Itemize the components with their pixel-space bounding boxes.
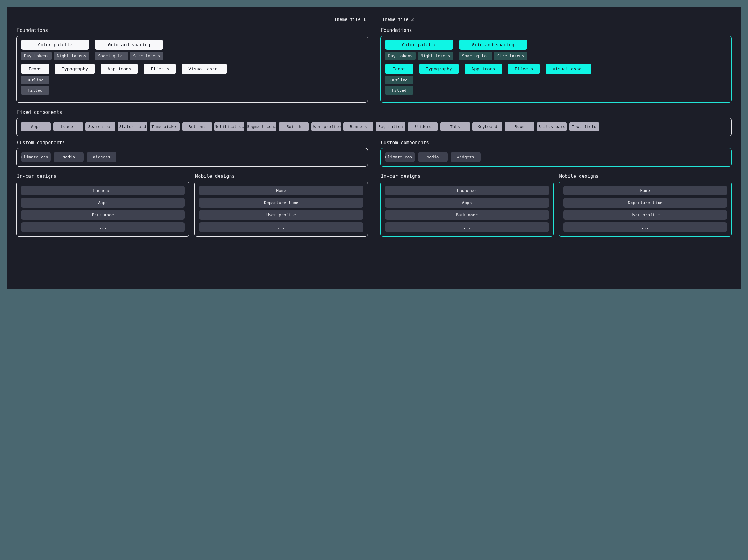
- vertical-divider: [374, 19, 374, 279]
- foundations-label: Foundations: [17, 27, 368, 33]
- page-chip-effects[interactable]: Effects: [508, 64, 540, 74]
- page-chip-effects[interactable]: Effects: [144, 64, 176, 74]
- incar-section-right: In-car designs LauncherAppsPark mode...: [380, 173, 554, 237]
- custom-component-media[interactable]: Media: [54, 152, 84, 162]
- mobile-section-right: Mobile designs HomeDeparture timeUser pr…: [559, 173, 732, 237]
- incar-label: In-car designs: [381, 173, 554, 179]
- mobile-row-item[interactable]: ...: [199, 222, 363, 232]
- sub-chip-spacing-to[interactable]: Spacing to…: [459, 52, 492, 60]
- fixed-component-buttons[interactable]: Buttons: [182, 122, 212, 132]
- fixed-component-sliders[interactable]: Sliders: [408, 122, 438, 132]
- page-block-color-palette: Color paletteDay tokensNight tokens: [21, 40, 89, 60]
- custom-component-media[interactable]: Media: [418, 152, 448, 162]
- page-chip-visual-asse[interactable]: Visual asse…: [182, 64, 227, 74]
- page-chip-typography[interactable]: Typography: [55, 64, 95, 74]
- custom-components-section-right: Custom components Climate con…MediaWidge…: [380, 140, 732, 166]
- mobile-row-home[interactable]: Home: [199, 186, 363, 195]
- theme-2-title: Theme file 2: [380, 17, 732, 22]
- custom-component-climate-con[interactable]: Climate con…: [385, 152, 415, 162]
- foundations-panel-right: Color paletteDay tokensNight tokensGrid …: [380, 36, 732, 103]
- page-chip-app-icons[interactable]: App icons: [465, 64, 502, 74]
- sub-pages-grid-and-spacing: Spacing to…Size tokens: [459, 52, 527, 60]
- sub-chip-size-tokens[interactable]: Size tokens: [130, 52, 163, 60]
- incar-row-apps[interactable]: Apps: [385, 198, 549, 208]
- sub-chip-night-tokens[interactable]: Night tokens: [53, 52, 89, 60]
- sub-chip-filled[interactable]: Filled: [385, 86, 413, 95]
- page-chip-typography[interactable]: Typography: [419, 64, 459, 74]
- fixed-component-switch[interactable]: Switch: [279, 122, 309, 132]
- sub-chip-filled[interactable]: Filled: [21, 86, 49, 95]
- diagram-canvas: Theme file 1 Theme file 2 Foundations Co…: [7, 7, 741, 288]
- page-chip-color-palette[interactable]: Color palette: [385, 40, 453, 50]
- fixed-components-label: Fixed components: [17, 110, 732, 115]
- incar-label: In-car designs: [17, 173, 189, 179]
- page-chip-color-palette[interactable]: Color palette: [21, 40, 89, 50]
- fixed-component-status-bars[interactable]: Status bars: [537, 122, 567, 132]
- fixed-component-segment-con[interactable]: Segment con…: [247, 122, 277, 132]
- custom-components-label: Custom components: [381, 140, 732, 145]
- custom-components-section-left: Custom components Climate con…MediaWidge…: [16, 140, 368, 166]
- mobile-row-departure-time[interactable]: Departure time: [199, 198, 363, 208]
- page-block-visual-asse: Visual asse…: [182, 64, 227, 95]
- fixed-component-text-field[interactable]: Text field: [569, 122, 599, 132]
- page-chip-icons[interactable]: Icons: [385, 64, 413, 74]
- fixed-component-user-profile[interactable]: User profile: [311, 122, 341, 132]
- incar-row-park-mode[interactable]: Park mode: [385, 210, 549, 220]
- incar-row-apps[interactable]: Apps: [21, 198, 185, 208]
- sub-chip-night-tokens[interactable]: Night tokens: [418, 52, 453, 60]
- sub-chip-spacing-to[interactable]: Spacing to…: [95, 52, 128, 60]
- incar-row-park-mode[interactable]: Park mode: [21, 210, 185, 220]
- incar-panel-left: LauncherAppsPark mode...: [16, 182, 189, 237]
- fixed-component-time-picker[interactable]: Time picker: [150, 122, 180, 132]
- mobile-panel-right: HomeDeparture timeUser profile...: [559, 182, 732, 237]
- page-block-grid-and-spacing: Grid and spacingSpacing to…Size tokens: [459, 40, 527, 60]
- sub-pages-color-palette: Day tokensNight tokens: [385, 52, 453, 60]
- sub-pages-grid-and-spacing: Spacing to…Size tokens: [95, 52, 163, 60]
- page-block-effects: Effects: [144, 64, 176, 95]
- fixed-component-rows[interactable]: Rows: [505, 122, 535, 132]
- sub-chip-outline[interactable]: Outline: [21, 76, 49, 84]
- page-chip-app-icons[interactable]: App icons: [100, 64, 138, 74]
- page-block-color-palette: Color paletteDay tokensNight tokens: [385, 40, 453, 60]
- incar-row-item[interactable]: ...: [385, 222, 549, 232]
- foundations-section-left: Foundations Color paletteDay tokensNight…: [16, 27, 368, 103]
- fixed-component-tabs[interactable]: Tabs: [440, 122, 470, 132]
- custom-components-panel-left: Climate con…MediaWidgets: [16, 148, 368, 166]
- page-block-effects: Effects: [508, 64, 540, 95]
- custom-component-widgets[interactable]: Widgets: [87, 152, 116, 162]
- fixed-component-search-bar[interactable]: Search bar: [86, 122, 115, 132]
- incar-row-launcher[interactable]: Launcher: [385, 186, 549, 195]
- custom-component-climate-con[interactable]: Climate con…: [21, 152, 51, 162]
- mobile-row-departure-time[interactable]: Departure time: [563, 198, 727, 208]
- page-chip-grid-and-spacing[interactable]: Grid and spacing: [459, 40, 527, 50]
- page-chip-icons[interactable]: Icons: [21, 64, 49, 74]
- page-chip-grid-and-spacing[interactable]: Grid and spacing: [95, 40, 163, 50]
- fixed-component-loader[interactable]: Loader: [53, 122, 83, 132]
- mobile-row-user-profile[interactable]: User profile: [563, 210, 727, 220]
- fixed-component-apps[interactable]: Apps: [21, 122, 51, 132]
- sub-chip-outline[interactable]: Outline: [385, 76, 413, 84]
- fixed-component-notificatio[interactable]: Notificatio…: [214, 122, 244, 132]
- fixed-components-panel: AppsLoaderSearch barStatus cardTime pick…: [16, 118, 732, 136]
- sub-chip-day-tokens[interactable]: Day tokens: [385, 52, 416, 60]
- foundations-label: Foundations: [381, 27, 732, 33]
- mobile-row-home[interactable]: Home: [563, 186, 727, 195]
- incar-row-launcher[interactable]: Launcher: [21, 186, 185, 195]
- sub-chip-size-tokens[interactable]: Size tokens: [494, 52, 527, 60]
- fixed-component-keyboard[interactable]: Keyboard: [472, 122, 502, 132]
- sub-chip-day-tokens[interactable]: Day tokens: [21, 52, 52, 60]
- page-block-icons: IconsOutlineFilled: [21, 64, 49, 95]
- incar-row-item[interactable]: ...: [21, 222, 185, 232]
- mobile-label: Mobile designs: [559, 173, 732, 179]
- mobile-row-user-profile[interactable]: User profile: [199, 210, 363, 220]
- fixed-component-banners[interactable]: Banners: [344, 122, 373, 132]
- page-chip-visual-asse[interactable]: Visual asse…: [546, 64, 591, 74]
- foundations-panel-left: Color paletteDay tokensNight tokensGrid …: [16, 36, 368, 103]
- page-block-grid-and-spacing: Grid and spacingSpacing to…Size tokens: [95, 40, 163, 60]
- fixed-component-pagination[interactable]: Pagination: [376, 122, 405, 132]
- mobile-row-item[interactable]: ...: [563, 222, 727, 232]
- page-block-icons: IconsOutlineFilled: [385, 64, 413, 95]
- custom-component-widgets[interactable]: Widgets: [451, 152, 481, 162]
- incar-section-left: In-car designs LauncherAppsPark mode...: [16, 173, 189, 237]
- fixed-component-status-card[interactable]: Status card: [118, 122, 147, 132]
